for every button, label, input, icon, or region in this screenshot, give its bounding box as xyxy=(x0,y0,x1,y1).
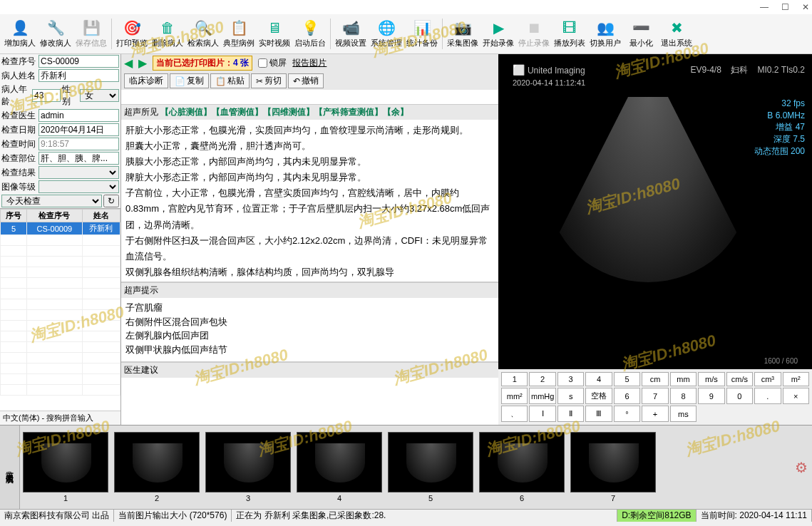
findings-textarea[interactable]: 肝脏大小形态正常，包膜光滑，实质回声均匀，血管纹理显示尚清晰，走形尚规则。胆囊大… xyxy=(121,120,498,282)
status-disk: D:剩余空间812GB xyxy=(617,510,696,522)
key-空格[interactable]: 空格 xyxy=(585,388,612,404)
toolbar-启动后台[interactable]: 💡启动后台 xyxy=(293,16,327,52)
key-、[interactable]: 、 xyxy=(501,406,528,422)
conclusion-textarea[interactable]: 子宫肌瘤右侧附件区混合回声包块左侧乳腺内低回声团双侧甲状腺内低回声结节 xyxy=(121,298,498,362)
ime-indicator: 中文(简体) - 搜狗拼音输入 xyxy=(0,411,120,425)
grade-select[interactable] xyxy=(38,180,119,193)
toolbar-播放列表[interactable]: 🎞播放列表 xyxy=(553,16,587,52)
thumbnail-2[interactable]: 2 xyxy=(114,432,200,502)
key-m²[interactable]: m² xyxy=(783,372,809,386)
key-5[interactable]: 5 xyxy=(614,372,640,386)
key-+[interactable]: + xyxy=(642,406,668,422)
toolbar-系统管理[interactable]: 🌐系统管理 xyxy=(369,16,404,52)
thumbnail-5[interactable]: 5 xyxy=(388,432,473,502)
copy-button[interactable]: 📄 复制 xyxy=(170,73,209,88)
toolbar-统计备份[interactable]: 📊统计备份 xyxy=(405,16,439,52)
key-8[interactable]: 8 xyxy=(670,388,697,404)
toolbar-采集图像[interactable]: 📷采集图像 xyxy=(446,16,480,52)
toolbar-增加病人[interactable]: 👤增加病人 xyxy=(3,16,37,52)
toolbar-实时视频[interactable]: 🖥实时视频 xyxy=(257,16,292,52)
thumbnail-7[interactable]: 7 xyxy=(570,432,656,502)
ultrasound-preview: ⬜ United Imaging 2020-04-14 11:12:41 EV9… xyxy=(498,54,812,369)
toolbar-开始录像[interactable]: ▶开始录像 xyxy=(481,16,515,52)
key-9[interactable]: 9 xyxy=(698,388,724,404)
refresh-button[interactable]: ↻ xyxy=(103,195,119,207)
key-Ⅲ[interactable]: Ⅲ xyxy=(585,406,612,422)
key-s[interactable]: s xyxy=(557,388,584,404)
key-.[interactable]: . xyxy=(754,388,781,404)
age-input[interactable] xyxy=(32,89,61,102)
today-select[interactable]: 今天检查 xyxy=(1,195,102,207)
thumbnail-3[interactable]: 3 xyxy=(205,432,291,502)
status-vendor: 南京索图科技有限公司 出品 xyxy=(0,510,114,522)
key-cm³[interactable]: cm³ xyxy=(754,372,781,386)
gear-icon[interactable]: ⚙ xyxy=(791,426,812,509)
undo-button[interactable]: ↶ 撤销 xyxy=(288,73,324,88)
age-label: 病人年龄 xyxy=(1,83,31,108)
thumbnail-4[interactable]: 4 xyxy=(297,432,382,502)
toolbar-最小化[interactable]: ➖最小化 xyxy=(624,16,658,52)
name-input[interactable] xyxy=(38,69,119,82)
key-cm/s[interactable]: cm/s xyxy=(726,372,753,386)
key-2[interactable]: 2 xyxy=(529,372,555,386)
result-label: 检查结果 xyxy=(1,167,37,179)
part-input[interactable] xyxy=(38,152,119,165)
diag-button[interactable]: 临床诊断 xyxy=(124,73,168,88)
key-Ⅰ[interactable]: Ⅰ xyxy=(529,406,555,422)
key-6[interactable]: 6 xyxy=(614,388,640,404)
doctor-input[interactable] xyxy=(38,109,119,122)
exam-no-label: 检查序号 xyxy=(1,56,37,68)
thumbs-side-label: 演 界面 说明（演示版 xyxy=(0,426,20,509)
toolbar-停止录像: ⏹停止录像 xyxy=(517,16,551,52)
key-mm[interactable]: mm xyxy=(670,372,697,386)
lock-checkbox[interactable]: 锁屏 xyxy=(258,57,287,69)
key-°[interactable]: ° xyxy=(614,406,640,422)
toolbar-打印预览[interactable]: 🎯打印预览 xyxy=(115,16,149,52)
paste-button[interactable]: 📋 粘贴 xyxy=(210,73,250,88)
toolbar-切换用户[interactable]: 👥切换用户 xyxy=(588,16,622,52)
toolbar-视频设置[interactable]: 📹视频设置 xyxy=(334,16,368,52)
exam-no-input[interactable] xyxy=(38,55,119,68)
part-label: 检查部位 xyxy=(1,153,37,165)
report-link[interactable]: 报告图片 xyxy=(292,57,327,69)
table-row[interactable]: 5CS-00009乔新利 xyxy=(1,222,120,235)
sex-select[interactable]: 女 xyxy=(80,89,119,102)
key-cm[interactable]: cm xyxy=(642,372,668,386)
time-input[interactable] xyxy=(38,138,119,150)
toolbar-修改病人[interactable]: 🔧修改病人 xyxy=(38,16,73,52)
key-mm²[interactable]: mm² xyxy=(501,388,528,404)
grade-label: 图像等级 xyxy=(1,181,37,193)
result-select[interactable] xyxy=(38,166,119,179)
prev-icon[interactable]: ◀ xyxy=(124,56,133,70)
cut-button[interactable]: ✂ 剪切 xyxy=(251,73,287,88)
minimize-icon[interactable]: — xyxy=(760,2,769,12)
key-3[interactable]: 3 xyxy=(557,372,584,386)
toolbar-保存信息: 💾保存信息 xyxy=(74,16,108,52)
time-label: 检查时间 xyxy=(1,138,37,150)
key-Ⅱ[interactable]: Ⅱ xyxy=(557,406,584,422)
key-7[interactable]: 7 xyxy=(642,388,668,404)
key-ms[interactable]: ms xyxy=(670,406,697,422)
key-mmHg[interactable]: mmHg xyxy=(529,388,555,404)
next-icon[interactable]: ▶ xyxy=(138,56,147,70)
suggest-label: 医生建议 xyxy=(121,362,498,378)
date-input[interactable] xyxy=(38,123,119,136)
maximize-icon[interactable]: ☐ xyxy=(781,2,789,12)
doctor-label: 检查医生 xyxy=(1,110,37,122)
date-label: 检查日期 xyxy=(1,124,37,136)
toolbar-退出系统[interactable]: ✖退出系统 xyxy=(659,16,694,52)
conclusion-label: 超声提示 xyxy=(121,282,498,298)
key-0[interactable]: 0 xyxy=(726,388,753,404)
name-label: 病人姓名 xyxy=(1,70,37,82)
thumbnail-6[interactable]: 6 xyxy=(479,432,565,502)
key-m/s[interactable]: m/s xyxy=(698,372,724,386)
toolbar-删除病人[interactable]: 🗑删除病人 xyxy=(150,16,185,52)
toolbar-典型病例[interactable]: 📋典型病例 xyxy=(222,16,256,52)
key-4[interactable]: 4 xyxy=(585,372,612,386)
key-1[interactable]: 1 xyxy=(501,372,528,386)
toolbar-检索病人[interactable]: 🔍检索病人 xyxy=(186,16,220,52)
key-×[interactable]: × xyxy=(783,388,809,404)
thumbnail-1[interactable]: 1 xyxy=(23,432,108,502)
status-msg: 正在为 乔新利 采集图象,已采图象数:28. xyxy=(232,510,617,522)
close-icon[interactable]: ✕ xyxy=(802,2,809,12)
